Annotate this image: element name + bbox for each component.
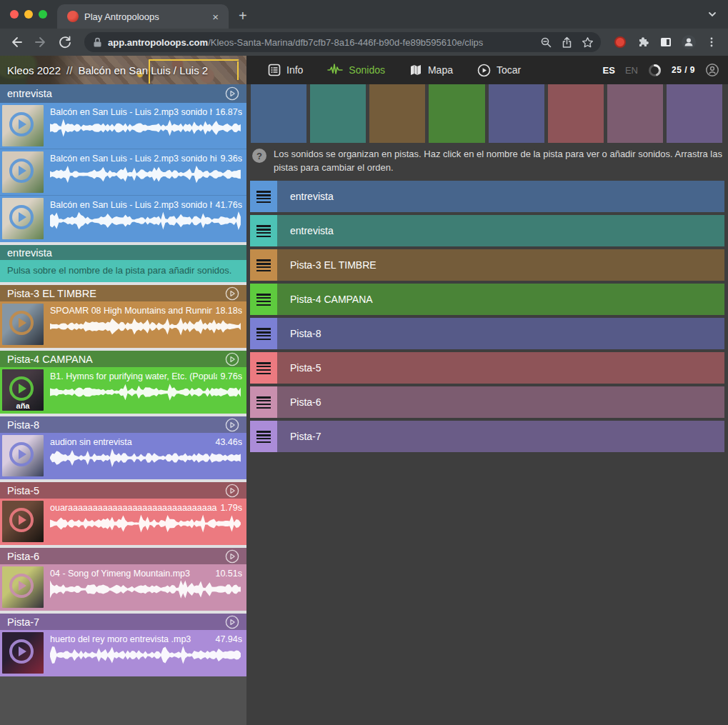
tab-search-chevron-icon[interactable] [707,9,718,20]
track-color-swatch[interactable] [607,84,663,143]
clip-item[interactable]: Balcón en San Luis - Luis 2.mp3 sonido h… [0,196,246,242]
clip-item[interactable]: 04 - Song of Yimeng Mountain.mp310.51s [0,564,246,611]
track-row[interactable]: Pista-5 [250,352,724,384]
track-row-bar[interactable]: entrevista [277,215,724,246]
track-row-bar[interactable]: entrevista [277,181,724,212]
track-section-header[interactable]: entrevista [0,84,246,103]
track-play-button[interactable] [225,352,239,366]
record-extension-icon[interactable] [611,33,629,51]
window-close-button[interactable] [10,10,19,19]
clip-thumbnail[interactable]: aña [2,369,44,411]
track-row-bar[interactable]: Pista-5 [277,352,724,384]
browser-tab[interactable]: Play Antropoloops × [57,4,229,29]
forward-button[interactable] [31,33,50,51]
clip-thumbnail[interactable] [2,632,44,674]
clip-thumbnail[interactable] [2,198,44,239]
track-play-button[interactable] [225,286,239,301]
lang-es-button[interactable]: ES [603,65,615,76]
zoom-page-icon[interactable] [540,36,552,49]
track-row-bar[interactable]: Pista-6 [277,386,724,418]
clip-thumbnail[interactable] [2,566,44,608]
window-zoom-button[interactable] [39,10,47,19]
drag-handle-icon [256,191,271,203]
tab-sonidos[interactable]: Sonidos [317,56,395,84]
track-color-swatch[interactable] [667,84,722,143]
track-color-swatch[interactable] [548,84,604,143]
clip-item[interactable]: SPOAMR 08 High Mountains and Running ...… [0,301,246,348]
window-minimize-button[interactable] [24,10,33,19]
tab-info[interactable]: Info [258,56,313,84]
track-play-button[interactable] [225,484,239,498]
track-row[interactable]: entrevista [250,215,724,246]
track-section-header[interactable]: entrevista [0,245,246,260]
track-play-button[interactable] [225,549,239,564]
track-color-swatch[interactable] [429,84,484,143]
track-row-bar[interactable]: Pista-8 [277,318,724,349]
track-row[interactable]: Pista-8 [250,318,724,349]
tab-mapa[interactable]: Mapa [399,56,463,84]
track-drag-handle[interactable] [250,215,277,246]
tab-close-icon[interactable]: × [209,10,221,24]
clip-item[interactable]: audion sin entrevista43.46s [0,433,246,479]
track-drag-handle[interactable] [250,421,277,452]
track-drag-handle[interactable] [250,318,277,349]
clip-item[interactable]: Balcón en San Luis - Luis 2.mp3 sonido h… [0,103,246,149]
track-section-header[interactable]: Pista-8 [0,416,246,433]
clip-thumbnail[interactable] [2,151,44,193]
track-row[interactable]: Pista-6 [250,386,724,418]
address-bar[interactable]: app.antropoloops.com/Kleos-Santa-Marina/… [84,32,601,52]
track-row[interactable]: Pista-4 CAMPANA [250,284,724,315]
track-section-header[interactable]: Pista-7 [0,614,246,630]
clip-counter: 25 / 9 [672,65,695,75]
lang-en-button[interactable]: EN [625,65,638,76]
track-drag-handle[interactable] [250,352,277,384]
reload-button[interactable] [56,33,74,51]
track-play-button[interactable] [225,418,239,432]
track-section-header[interactable]: Pista-4 CAMPANA [0,351,246,367]
profile-avatar-icon[interactable] [679,33,698,51]
track-row[interactable]: Pista-3 EL TIMBRE [250,249,724,281]
track-row[interactable]: Pista-7 [250,421,724,452]
clip-item[interactable]: ouaraaaaaaaaaaaaaaaaaaaaaaaaaaaaaaaaaaaa… [0,499,246,545]
clip-thumbnail[interactable] [2,304,44,345]
clip-title-row: huerto del rey moro entrevista .mp347.94… [50,634,242,644]
track-drag-handle[interactable] [250,249,277,281]
clip-thumbnail[interactable] [2,435,44,476]
track-play-button[interactable] [225,86,239,101]
account-icon[interactable] [705,63,719,77]
track-row-bar[interactable]: Pista-3 EL TIMBRE [277,249,724,281]
track-drag-handle[interactable] [250,386,277,418]
clip-item[interactable]: Balcón en San Luis - Luis 2.mp3 sonido h… [0,149,246,196]
track-section-header[interactable]: Pista-6 [0,548,246,564]
track-section: entrevistaPulsa sobre el nombre de la pi… [0,245,246,282]
track-row[interactable]: entrevista [250,181,724,212]
track-play-button[interactable] [225,615,239,629]
track-drag-handle[interactable] [250,284,277,315]
track-section-header[interactable]: Pista-5 [0,482,246,499]
breadcrumb-project[interactable]: Kleos 2022 [7,64,61,76]
share-icon[interactable] [561,36,573,49]
clip-item[interactable]: huerto del rey moro entrevista .mp347.94… [0,630,246,676]
clip-thumbnail[interactable] [2,501,44,542]
track-color-swatch[interactable] [251,84,306,143]
bookmark-star-icon[interactable] [582,36,594,49]
side-panel-icon[interactable] [657,33,675,51]
tab-tocar[interactable]: Tocar [467,56,531,84]
track-color-swatch[interactable] [369,84,425,143]
clip-item[interactable]: añaB1. Hymns for purifying water, Etc. (… [0,367,246,414]
back-button[interactable] [7,33,26,51]
track-section-header[interactable]: Pista-3 EL TIMBRE [0,285,246,301]
track-row-bar[interactable]: Pista-4 CAMPANA [277,284,724,315]
help-question-icon[interactable]: ? [252,149,266,163]
extensions-puzzle-icon[interactable] [634,33,652,51]
track-drag-handle[interactable] [250,181,277,212]
track-color-swatch[interactable] [310,84,366,143]
clip-thumbnail[interactable] [2,105,44,146]
track-row-bar[interactable]: Pista-7 [277,421,724,452]
browser-menu-dots-icon[interactable] [702,33,721,51]
breadcrumb[interactable]: Kleos 2022 // Balcón en San Luis / Luis … [7,56,208,84]
clip-duration: 1.79s [220,503,242,513]
clip-duration: 10.51s [215,569,242,579]
track-color-swatch[interactable] [489,84,544,143]
new-tab-button[interactable]: + [229,9,247,29]
